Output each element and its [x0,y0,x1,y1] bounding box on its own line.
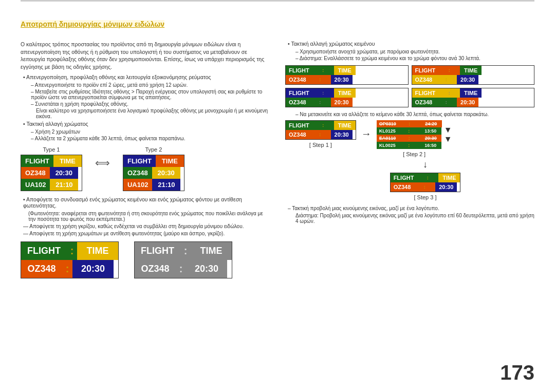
g1-dc: : [309,75,331,84]
s3-oz: OZ348 [391,182,414,192]
bullet3: Αποφύγετε το συνδυασμό ενός χρώματος κει… [23,196,270,209]
step2-label: [ Step 2 ] [403,151,425,157]
sub2-1: Χρήση 2 χρωμάτων [31,129,270,135]
br-flight: FLIGHT [135,242,180,260]
s1-colon: : [312,121,334,130]
s1-oz: OZ348 [286,130,309,139]
type1-label: Type 1 [43,146,60,153]
sub3-1: (Φωτεινότητα: αναφέρεται στη φωτεινότητα… [28,211,270,222]
page: Αποτροπή δημιουργίας μόνιμων ειδώλων Ο κ… [0,0,555,392]
right-grid: FLIGHT : TIME OZ348 : 20:30 FLIGHT : [285,65,534,107]
bottom-large: FLIGHT : TIME OZ348 : 20:30 FLIGHT : [21,241,270,278]
g1-oz: OZ348 [286,75,309,84]
s2-r3c: : [398,135,420,142]
sub1-3: Συνιστάται η χρήση προφύλαξης οθόνης. [31,101,270,107]
type2-label: Type 2 [145,146,162,153]
page-number: 173 [500,361,534,384]
g2-flight: FLIGHT [412,66,439,75]
step1-block: FLIGHT : TIME OZ348 : 20:30 [ Step 1 ] [285,120,356,148]
g2-t: 20:30 [457,75,478,84]
type1-block: Type 1 FLIGHT TIME OZ348 20:30 UA102 21: [21,146,82,191]
bl-oz: OZ348 [21,260,62,278]
content-area: Ο καλύτερος τρόπος προστασίας του προϊόν… [21,41,534,382]
br-colon: : [180,242,191,260]
bottom-right-table: FLIGHT : TIME OZ348 : 20:30 [134,241,232,278]
g4-oz: OZ348 [412,98,436,107]
type2-block: Type 2 FLIGHT TIME OZ348 20:30 UA102 21: [123,146,184,191]
s3-time: TIME [438,173,460,182]
br-t: 20:30 [186,260,227,278]
t1-time1: 20:30 [50,167,78,179]
s2-r1l: OP0310 [377,120,399,127]
s1-dc: : [309,130,331,139]
grid-table-3: FLIGHT : TIME OZ348 : 20:30 [285,88,409,107]
arrow-between: ⟺ [92,157,113,169]
right-sub-color1: Χρησιμοποιήστε ανοιχτά χρώματα, με παρόμ… [295,49,534,54]
type1-table: FLIGHT TIME OZ348 20:30 UA102 21:10 [21,155,82,191]
s2-r3l: EA0110 [377,135,399,142]
step2-block: OP0310 : 24:20 KL0125 : 13:50 EA0110 [377,120,452,157]
g3-t: 20:30 [331,98,353,107]
grid-table-4: FLIGHT : TIME OZ348 : 20:30 [412,88,535,107]
g2-oz: OZ348 [412,75,436,84]
g1-flight: FLIGHT [286,66,312,75]
s2-r2c: : [398,127,420,135]
left-column: Ο καλύτερος τρόπος προστασίας του προϊόν… [21,41,270,382]
g4-t: 20:30 [457,98,478,107]
bl-t: 20:30 [72,260,114,278]
down-arrows: ▼ ▼ [444,120,452,149]
sub-moving: Διάστημα: Προβολή μιας κινούμενης εικόνα… [295,213,534,224]
s2-r2r: 13:50 [420,127,441,135]
t1-oz: OZ348 [21,167,50,179]
step1-label: [ Step 1 ] [309,142,332,148]
g4-flight: FLIGHT [412,88,439,98]
step2-table: OP0310 : 24:20 KL0125 : 13:50 EA0110 [377,120,442,149]
sub1-1: Απενεργοποιήστε το προϊόν επί 2 ώρες, με… [31,82,270,88]
step-intro: Να μετακινείτε και να αλλάζετε το κείμεν… [295,111,534,117]
g4-dc: : [435,98,457,107]
bullet1: Απενεργοποίηση, προφύλαξη οθόνης και λει… [23,74,270,80]
s2-r4c: : [398,142,420,149]
intro-text: Ο καλύτερος τρόπος προστασίας του προϊόν… [21,41,270,71]
step3-table: FLIGHT : TIME OZ348 : 20:30 [390,173,461,192]
grid-table-2: FLIGHT : TIME OZ348 : 20:30 [412,65,535,85]
s2-r2l: KL0125 [377,127,398,135]
step3-label: [ Step 3 ] [414,194,436,200]
sub2-2: Αλλάζετε τα 2 χρώματα κάθε 30 λεπτά, όπω… [31,136,270,141]
t1-ua: UA102 [21,179,50,191]
bl-colon: : [67,242,77,260]
br-dc: : [176,260,186,278]
g1-time: TIME [334,66,356,75]
s1-time: TIME [334,121,356,130]
top-border [21,0,534,2]
s2-r3r: 20:30 [420,135,441,142]
s1-t: 20:30 [331,130,353,139]
section-title: Αποτροπή δημιουργίας μόνιμων ειδώλων [21,20,164,28]
br-time: TIME [191,242,232,260]
bl-time: TIME [77,242,118,260]
t2-oz: OZ348 [123,167,152,179]
s1-flight: FLIGHT [286,121,312,130]
s2-r1c: : [399,120,420,127]
g1-t: 20:30 [331,75,353,84]
s2-r4l: KL0025 [377,142,398,149]
g3-colon: : [312,88,334,98]
t1-time2: 21:10 [50,179,78,191]
step1-table: FLIGHT : TIME OZ348 : 20:30 [285,120,356,140]
step2-content: OP0310 : 24:20 KL0125 : 13:50 EA0110 [377,120,452,149]
s2-r4r: 16:50 [420,142,441,149]
s3-t: 20:30 [435,182,457,192]
dash2: — Αποφύγετε τη χρήση χρωμάτων με αντίθεσ… [21,231,270,236]
t2-time-header: TIME [156,155,184,167]
t1-time-header: TIME [53,155,82,167]
bullet2: Τακτική αλλαγή χρώματος [23,121,270,127]
g3-flight: FLIGHT [286,88,312,98]
types-row: Type 1 FLIGHT TIME OZ348 20:30 UA102 21: [21,146,270,191]
t2-ua: UA102 [123,179,152,191]
t1-flight-header: FLIGHT [21,155,53,167]
bottom-left-table: FLIGHT : TIME OZ348 : 20:30 [21,241,119,278]
bl-flight: FLIGHT [21,242,67,260]
g2-colon: : [438,66,460,75]
g3-oz: OZ348 [286,98,309,107]
s3-dc: : [414,182,435,192]
